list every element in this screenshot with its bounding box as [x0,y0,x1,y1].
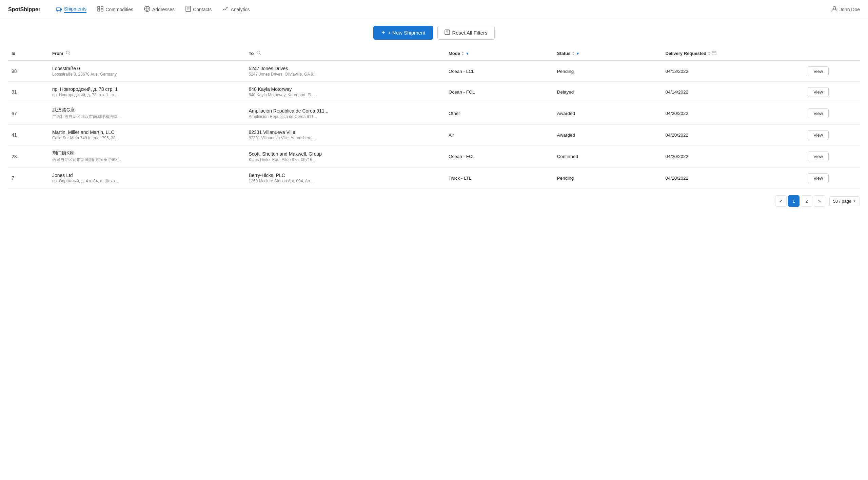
nav-addresses-label: Addresses [152,7,175,12]
cell-action-41: View [804,125,860,145]
svg-rect-13 [445,30,450,35]
pagination-prev[interactable]: < [775,195,787,207]
shipments-icon [56,6,62,13]
reset-filters-label: Reset All Filters [452,30,487,36]
cell-mode-31: Ocean - FCL [445,82,554,102]
view-button-23[interactable]: View [808,152,829,161]
col-header-from: From [49,46,245,61]
table-row: 98 Loosstraße 0 Loosstraße 0, 23678 Aue,… [8,61,860,82]
cell-delivery-98: 04/13/2022 [662,61,805,82]
svg-line-20 [260,54,261,55]
commodities-icon [97,6,103,13]
cell-delivery-67: 04/20/2022 [662,102,805,125]
new-shipment-label: + New Shipment [388,30,425,36]
cell-id-7: 7 [8,168,49,188]
delivery-calendar-icon[interactable] [712,51,716,56]
status-filter-icon[interactable]: ▼ [576,52,579,56]
cell-id-67: 67 [8,102,49,125]
cell-id-41: 41 [8,125,49,145]
cell-status-98: Pending [554,61,662,82]
per-page-select[interactable]: 50 / page ▼ [829,196,860,206]
pagination-page-1[interactable]: 1 [788,195,800,207]
mode-filter-icon[interactable]: ▼ [466,52,469,56]
cell-mode-7: Truck - LTL [445,168,554,188]
cell-to-41: 82331 Villanueva Ville 82331 Villanueva … [245,125,445,145]
nav-item-addresses[interactable]: Addresses [139,3,179,16]
col-header-delivery: Delivery Requested ▲ ▼ [662,46,805,61]
plus-icon: + [381,29,385,36]
svg-rect-3 [98,6,100,8]
cell-from-31: пр. Новгородский, д. 78 стр. 1 пр. Новго… [49,82,245,102]
cell-delivery-7: 04/20/2022 [662,168,805,188]
user-icon [831,6,837,13]
nav-item-shipments[interactable]: Shipments [51,3,91,16]
cell-to-67: Ampliación República de Corea 911... Amp… [245,102,445,125]
analytics-icon [222,6,229,13]
toolbar: + + New Shipment Reset All Filters [0,19,868,46]
mode-sort-icons[interactable]: ▲ ▼ [461,51,464,56]
table-row: 41 Martin, Miller and Martin, LLC Calle … [8,125,860,145]
shipments-table: Id From To [8,46,860,188]
cell-to-7: Berry-Hicks, PLC 1260 Mcclure Station Ap… [245,168,445,188]
cell-delivery-23: 04/20/2022 [662,145,805,168]
nav-commodities-label: Commodities [105,7,133,12]
table-header-row: Id From To [8,46,860,61]
cell-to-98: 5247 Jones Drives 5247 Jones Drives, Oli… [245,61,445,82]
delivery-sort-icons[interactable]: ▲ ▼ [708,51,710,56]
new-shipment-button[interactable]: + + New Shipment [373,26,433,40]
nav-analytics-label: Analytics [231,7,250,12]
addresses-icon [144,6,150,13]
from-search-icon[interactable] [66,51,71,56]
cell-status-31: Delayed [554,82,662,102]
view-button-41[interactable]: View [808,130,829,140]
svg-rect-4 [101,6,103,8]
view-button-31[interactable]: View [808,87,829,97]
cell-to-23: Scott, Shelton and Maxwell, Group Klaus … [245,145,445,168]
cell-action-31: View [804,82,860,102]
svg-point-1 [57,10,58,11]
pagination-page-2[interactable]: 2 [801,195,812,207]
shipments-table-container: Id From To [0,46,868,188]
cell-from-41: Martin, Miller and Martin, LLC Calle Sur… [49,125,245,145]
cell-status-67: Awarded [554,102,662,125]
svg-point-12 [833,6,836,9]
cell-action-7: View [804,168,860,188]
nav-item-contacts[interactable]: Contacts [181,3,216,16]
cell-mode-67: Other [445,102,554,125]
to-search-icon[interactable] [256,51,261,56]
view-button-67[interactable]: View [808,108,829,118]
view-button-98[interactable]: View [808,66,829,76]
cell-id-31: 31 [8,82,49,102]
cell-status-23: Confirmed [554,145,662,168]
cell-status-41: Awarded [554,125,662,145]
cell-delivery-31: 04/14/2022 [662,82,805,102]
nav-item-commodities[interactable]: Commodities [93,3,138,15]
nav-item-analytics[interactable]: Analytics [218,3,254,15]
user-menu[interactable]: John Doe [831,6,860,13]
pagination: < 1 2 > 50 / page ▼ [0,188,868,214]
per-page-label: 50 / page [833,199,851,204]
per-page-chevron: ▼ [853,199,856,203]
cell-from-98: Loosstraße 0 Loosstraße 0, 23678 Aue, Ge… [49,61,245,82]
col-header-id: Id [8,46,49,61]
cell-delivery-41: 04/20/2022 [662,125,805,145]
col-header-status: Status ▲ ▼ ▼ [554,46,662,61]
nav-shipments-label: Shipments [64,6,86,13]
svg-point-2 [60,10,61,11]
user-name: John Doe [840,7,860,12]
reset-filters-button[interactable]: Reset All Filters [437,26,494,40]
brand-logo: SpotShipper [8,6,40,13]
contacts-icon [185,6,191,13]
reset-icon [445,29,450,36]
pagination-next[interactable]: > [814,195,825,207]
svg-rect-5 [98,9,100,11]
table-body: 98 Loosstraße 0 Loosstraße 0, 23678 Aue,… [8,61,860,188]
cell-id-23: 23 [8,145,49,168]
cell-mode-98: Ocean - LCL [445,61,554,82]
svg-rect-6 [101,9,103,11]
svg-rect-21 [712,51,716,55]
status-sort-icons[interactable]: ▲ ▼ [572,51,574,56]
cell-mode-23: Ocean - FCL [445,145,554,168]
view-button-7[interactable]: View [808,173,829,183]
cell-from-67: 武汉路G座 广西壮族自治区武汉市南湖呼和浩特... [49,102,245,125]
